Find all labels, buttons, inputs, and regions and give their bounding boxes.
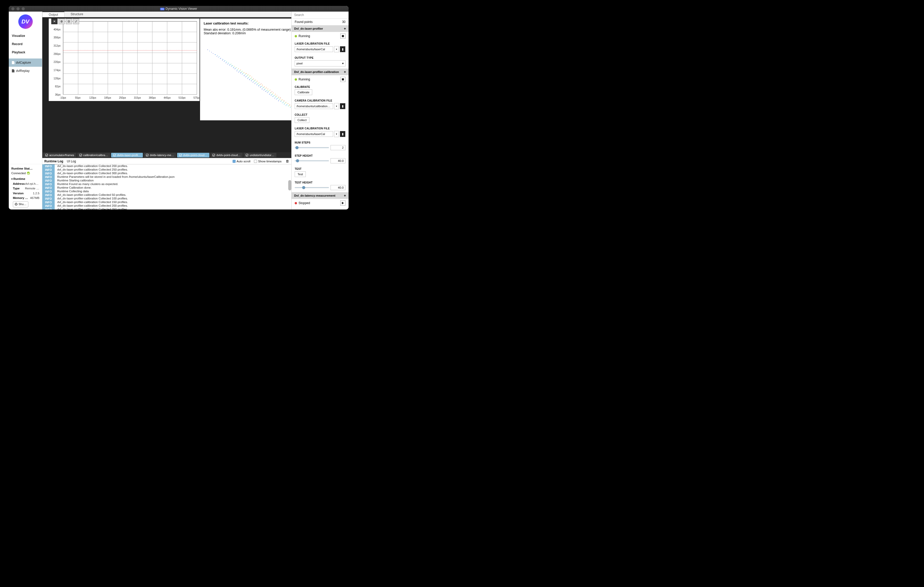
nav-playback[interactable]: Playback [9, 48, 42, 56]
nav-visualize[interactable]: Visualize [9, 32, 42, 40]
check-icon [113, 154, 116, 156]
expand-button[interactable]: ⤢ [73, 18, 79, 24]
file-path-input[interactable]: /home/ubuntu/laserCal [295, 46, 333, 52]
svg-point-190 [255, 80, 256, 80]
search-input[interactable] [292, 12, 348, 18]
close-plot-button[interactable]: ✕ [51, 18, 58, 24]
svg-point-154 [238, 68, 239, 69]
dropdown-caret-icon[interactable]: ▾ [334, 46, 339, 52]
svg-point-19 [242, 74, 243, 74]
svg-point-178 [282, 100, 282, 100]
slider-thumb[interactable] [296, 159, 299, 162]
module-header[interactable]: Dvl_dv-laser-profiler-calibration+ [292, 69, 348, 75]
log-body[interactable]: INFOdvl_dv-laser-profiler-calibration Co… [42, 164, 291, 209]
file-path-input[interactable]: /home/ubuntu/calibration_camera [295, 104, 333, 109]
folder-icon[interactable]: ▮ [340, 131, 345, 137]
zoom-in-button[interactable]: ⊕ [59, 18, 65, 24]
module-status-row: Stopped [292, 199, 348, 207]
module-header[interactable]: Dvl_dv-laser-profiler+ [292, 25, 348, 32]
tab-output[interactable]: Output [42, 12, 64, 17]
output-tab[interactable]: dvldv-point-cloud… [210, 153, 243, 158]
slider-thumb[interactable] [302, 186, 305, 189]
slider-input[interactable] [295, 187, 329, 188]
svg-point-151 [289, 106, 289, 106]
dropdown-caret-icon[interactable]: ▾ [334, 131, 339, 137]
svg-point-55 [243, 74, 243, 74]
nav-record[interactable]: Record [9, 40, 42, 48]
svg-point-8 [222, 60, 223, 61]
clear-log-button[interactable]: 🗑 [285, 159, 289, 163]
number-input[interactable]: 40.0 [330, 158, 345, 163]
folder-icon[interactable]: ▮ [340, 103, 345, 109]
output-tab[interactable]: accumulator/frames [43, 153, 76, 158]
log-tab[interactable]: Runtime Log [45, 158, 63, 164]
tab-structure[interactable]: Structure [64, 12, 89, 17]
output-tab[interactable]: undistort/undistor… [244, 153, 276, 158]
file-path-input[interactable]: /home/ubuntu/laserCal [295, 131, 333, 137]
svg-point-81 [225, 60, 225, 61]
svg-point-101 [261, 86, 261, 87]
runtime-section-header[interactable]: Runtime [12, 176, 40, 181]
profile-plot[interactable]: 404px358px312px266px220px174px128px82px3… [49, 18, 200, 101]
prop-label: OUTPUT TYPE [292, 54, 348, 60]
y-tick: 174px [54, 69, 61, 72]
number-input[interactable]: 2 [330, 145, 345, 150]
slider-input[interactable] [295, 147, 329, 148]
play-button[interactable] [340, 201, 345, 206]
svg-point-124 [240, 70, 241, 71]
prop-label: NUM STEPS [292, 139, 348, 145]
output-tab[interactable]: dvldv-latency-me… [144, 153, 176, 158]
log-row: INFOdvl_dv-laser-profiler-calibration Co… [42, 201, 291, 204]
calibration-result-plot[interactable]: Laser calibration test results: Mean abs… [200, 18, 291, 120]
file-dvlCapture[interactable]: dvlCapture [9, 59, 42, 67]
svg-point-106 [270, 93, 271, 93]
zoom-out-button[interactable]: ⊖ [66, 18, 72, 24]
connected-check-icon [27, 172, 30, 175]
output-tab[interactable]: dvldv-laser-profil… [111, 153, 143, 158]
svg-point-40 [215, 54, 216, 55]
svg-point-180 [285, 102, 286, 103]
output-tab[interactable]: dvldv-point-cloud… [177, 153, 210, 158]
svg-point-129 [249, 77, 249, 77]
add-icon[interactable]: + [344, 194, 346, 197]
output-tab[interactable]: calibration/calibra… [78, 153, 111, 158]
svg-point-169 [266, 88, 266, 89]
slider-thumb[interactable] [295, 146, 299, 149]
svg-point-148 [283, 102, 284, 102]
show-timestamps-toggle[interactable]: Show timestamps [254, 160, 282, 163]
test-button[interactable]: Test [295, 171, 306, 177]
svg-point-43 [221, 58, 221, 59]
y-tick: 312px [54, 44, 61, 47]
module-header[interactable]: Dvl_dv-latency-measurement+ [292, 192, 348, 199]
viewport[interactable]: ✕ ⊕ ⊖ ⤢ 404px358px312px266px220px174px12… [42, 17, 291, 152]
svg-point-156 [242, 71, 243, 71]
x-tick: 250px [119, 96, 126, 99]
shutdown-button[interactable]: Shu… [13, 201, 28, 207]
svg-point-147 [281, 100, 282, 101]
folder-icon[interactable]: ▮ [340, 46, 345, 52]
dropdown-caret-icon[interactable]: ▾ [334, 103, 339, 109]
slider-input[interactable] [295, 160, 329, 161]
log-row: INFORuntime Starting calibration [42, 179, 291, 183]
log-row: INFOdvl_dv-laser-profiler-calibration Co… [42, 193, 291, 197]
svg-point-22 [247, 78, 248, 79]
svg-point-127 [245, 74, 246, 74]
svg-point-114 [284, 104, 285, 104]
auto-scroll-toggle[interactable]: Auto scroll [233, 160, 251, 163]
add-icon[interactable]: + [344, 70, 346, 74]
svg-point-136 [262, 86, 262, 87]
log-tab[interactable]: UI Log [67, 158, 76, 164]
stop-button[interactable] [340, 33, 345, 39]
select-input[interactable]: pixel▾ [295, 60, 345, 66]
add-icon[interactable]: + [344, 26, 346, 31]
stop-button[interactable] [340, 77, 345, 82]
log-scrollbar-thumb[interactable] [288, 180, 291, 191]
svg-point-128 [247, 75, 248, 76]
file-dvlReplay[interactable]: dvlReplay [9, 67, 42, 75]
svg-point-122 [236, 67, 237, 68]
collect-button[interactable]: Collect [295, 117, 309, 123]
svg-point-79 [285, 105, 286, 106]
svg-point-199 [272, 92, 272, 92]
number-input[interactable]: 40.0 [330, 185, 345, 190]
calibrate-button[interactable]: Calibrate [295, 89, 312, 95]
